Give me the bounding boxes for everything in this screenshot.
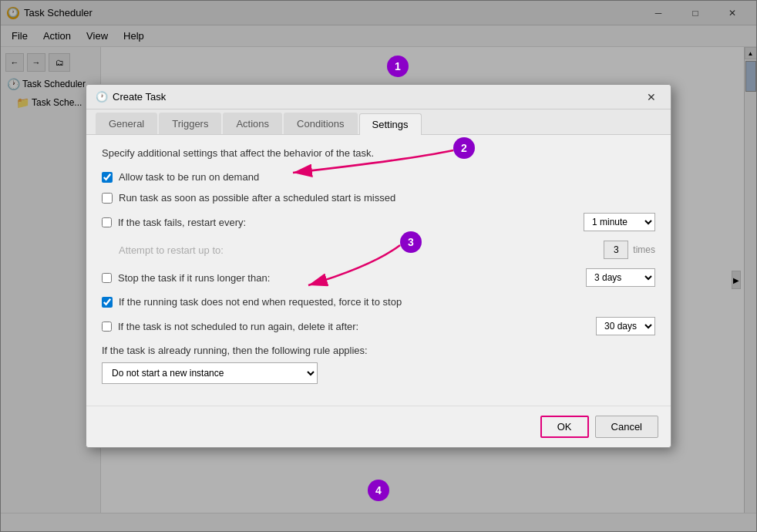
run-after-missed-label[interactable]: Run task as soon as possible after a sch…: [119, 192, 655, 204]
already-running-dropdown[interactable]: Do not start a new instance Run a new in…: [102, 362, 318, 384]
attempt-label: Attempt to restart up to:: [119, 244, 604, 256]
dialog-close-button[interactable]: ✕: [641, 89, 661, 106]
already-running-label: If the task is already running, then the…: [102, 345, 655, 356]
stop-if-longer-row: Stop the task if it runs longer than: 3 …: [102, 268, 655, 287]
already-running-dropdown-row: Do not start a new instance Run a new in…: [102, 362, 655, 384]
annotation-4: 4: [368, 480, 389, 501]
tab-conditions[interactable]: Conditions: [284, 113, 357, 134]
allow-on-demand-checkbox[interactable]: [102, 172, 113, 183]
cancel-button[interactable]: Cancel: [595, 416, 658, 438]
force-stop-label[interactable]: If the running task does not end when re…: [119, 296, 655, 308]
run-after-missed-checkbox[interactable]: [102, 193, 113, 204]
ok-button[interactable]: OK: [540, 416, 589, 438]
attempt-restart-row: Attempt to restart up to: times: [102, 241, 655, 259]
restart-if-fails-label[interactable]: If the task fails, restart every:: [118, 217, 577, 228]
force-stop-row: If the running task does not end when re…: [102, 296, 655, 308]
delete-after-checkbox[interactable]: [102, 322, 112, 332]
restart-if-fails-row: If the task fails, restart every: 1 minu…: [102, 213, 655, 231]
tab-triggers[interactable]: Triggers: [159, 113, 221, 134]
main-window: 🕐 Task Scheduler ─ □ ✕ File Action View …: [0, 0, 757, 532]
dialog-description: Specify additional settings that affect …: [102, 147, 655, 159]
delete-after-label[interactable]: If the task is not scheduled to run agai…: [118, 321, 590, 332]
stop-if-longer-checkbox[interactable]: [102, 273, 112, 283]
dialog-title-bar: 🕐 Create Task ✕: [86, 85, 671, 109]
tab-bar: General Triggers Actions Conditions Sett…: [86, 109, 671, 135]
force-stop-checkbox[interactable]: [102, 297, 113, 308]
allow-on-demand-row: Allow task to be run on demand: [102, 171, 655, 183]
restart-if-fails-checkbox[interactable]: [102, 217, 112, 227]
dialog-title: Create Task: [113, 91, 641, 103]
allow-on-demand-label[interactable]: Allow task to be run on demand: [119, 171, 655, 183]
create-task-dialog: 🕐 Create Task ✕ General Triggers Actions…: [86, 84, 671, 448]
dialog-footer: OK Cancel: [86, 406, 671, 447]
stop-if-longer-label[interactable]: Stop the task if it runs longer than:: [118, 272, 580, 284]
restart-controls: 1 minute 5 minutes 10 minutes 15 minutes…: [584, 213, 655, 231]
modal-overlay: 🕐 Create Task ✕ General Triggers Actions…: [0, 0, 757, 532]
tab-general[interactable]: General: [96, 113, 157, 134]
tab-actions[interactable]: Actions: [223, 113, 282, 134]
tab-settings[interactable]: Settings: [359, 113, 422, 135]
run-after-missed-row: Run task as soon as possible after a sch…: [102, 192, 655, 204]
dialog-content: Specify additional settings that affect …: [86, 135, 671, 406]
delete-duration-dropdown[interactable]: 30 days 15 days 60 days 90 days: [596, 317, 655, 335]
dialog-icon: 🕐: [96, 91, 108, 103]
already-running-section: If the task is already running, then the…: [102, 345, 655, 384]
restart-attempts-input[interactable]: [604, 241, 628, 259]
delete-after-row: If the task is not scheduled to run agai…: [102, 317, 655, 335]
stop-duration-dropdown[interactable]: 3 days 1 hour 2 hours 1 day: [586, 268, 655, 287]
annotation-1: 1: [387, 56, 409, 77]
times-label: times: [633, 244, 655, 255]
restart-interval-dropdown[interactable]: 1 minute 5 minutes 10 minutes 15 minutes…: [584, 213, 655, 231]
